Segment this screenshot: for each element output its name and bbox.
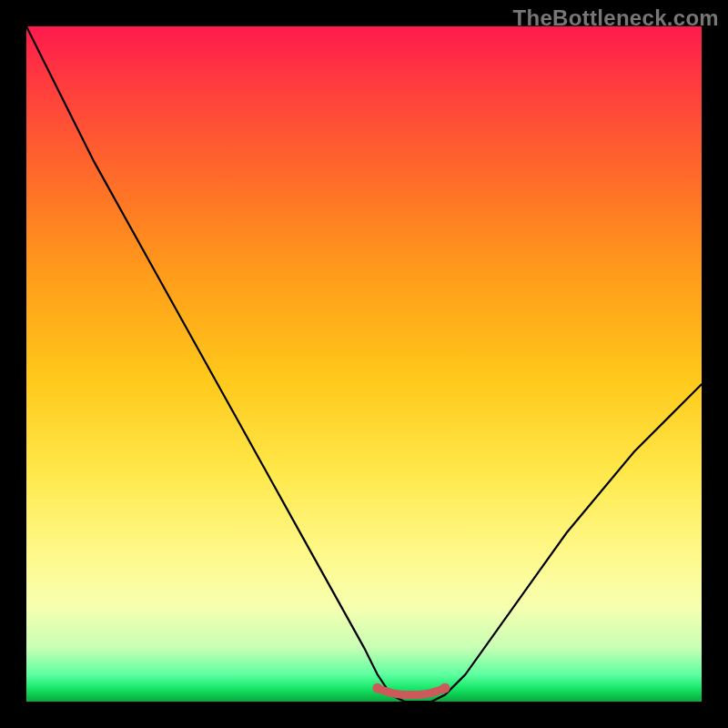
optimal-marker-dot-right bbox=[440, 683, 450, 693]
bottleneck-curve-path bbox=[26, 26, 702, 702]
chart-svg bbox=[26, 26, 702, 702]
chart-frame: TheBottleneck.com bbox=[0, 0, 728, 728]
plot-area bbox=[26, 26, 702, 702]
optimal-marker-path bbox=[378, 688, 445, 694]
watermark-text: TheBottleneck.com bbox=[513, 5, 719, 31]
optimal-marker-dot-left bbox=[372, 683, 382, 693]
